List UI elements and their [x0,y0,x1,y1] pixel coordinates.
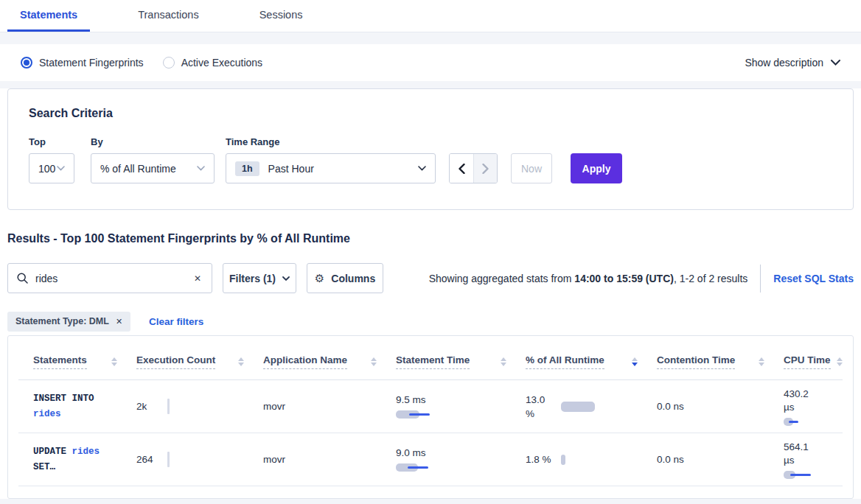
cpu-time-cell: 430.2 µs [784,388,844,426]
search-criteria-title: Search Criteria [29,107,832,120]
results-controls-row: ✕ Filters (1) ⚙ Columns Showing aggregat… [7,263,854,293]
clear-filters-link[interactable]: Clear filters [149,316,203,327]
view-toggle-bar: Statement Fingerprints Active Executions… [0,44,861,81]
column-header-pct-of-all-runtime[interactable]: % of All Runtime [526,354,657,369]
by-label: By [91,136,226,147]
table-row: UPDATE rides SET… 264 movr 9.0 ms 1.8 % … [18,433,843,486]
now-button[interactable]: Now [511,153,552,183]
tab-sessions[interactable]: Sessions [247,9,316,32]
time-range-field: Time Range 1h Past Hour [226,136,436,183]
vertical-divider [760,265,761,293]
tab-statements-label: Statements [20,9,77,21]
next-time-range-button[interactable] [473,154,497,183]
filter-chip-statement-type: Statement Type: DML ✕ [7,312,130,332]
pct-of-runtime-cell: 13.0 % [526,393,657,421]
column-header-statement-time[interactable]: Statement Time [396,354,526,369]
column-header-cpu-time[interactable]: CPU Time [784,354,844,369]
top-label: Top [29,136,91,147]
column-header-execution-count[interactable]: Execution Count [136,354,263,369]
gear-icon: ⚙ [315,272,324,285]
execution-count-cell: 264 [136,452,263,467]
column-header-application-name[interactable]: Application Name [263,354,396,369]
time-range-badge: 1h [235,161,259,176]
contention-time-cell: 0.0 ns [657,401,784,412]
time-range-value: Past Hour [268,163,314,175]
statement-time-bar [396,410,440,419]
apply-button[interactable]: Apply [571,153,622,183]
pct-of-runtime-cell: 1.8 % [526,452,657,466]
column-header-statements[interactable]: Statements [18,354,136,369]
filters-button-label: Filters (1) [229,273,276,284]
chevron-down-icon [282,276,290,281]
chevron-down-icon [57,166,65,171]
radio-active-executions-label: Active Executions [181,57,263,69]
sort-icon [753,357,764,366]
search-input[interactable] [35,273,192,284]
pct-of-runtime-bar [561,455,565,465]
remove-filter-icon[interactable]: ✕ [116,317,122,326]
search-icon [17,273,28,284]
results-heading: Results - Top 100 Statement Fingerprints… [7,232,854,247]
statement-cell: UPDATE rides SET… [18,444,136,475]
chevron-down-icon [831,60,840,66]
aggregated-stats-text: Showing aggregated stats from 14:00 to 1… [429,273,748,284]
statement-time-cell: 9.0 ms [396,447,526,472]
chevron-down-icon [418,166,426,171]
sort-icon [495,357,506,366]
radio-active-executions[interactable]: Active Executions [163,57,263,69]
chevron-down-icon [197,166,205,171]
statement-link[interactable]: rides [33,409,61,419]
tab-transactions[interactable]: Transactions [125,9,211,32]
columns-button[interactable]: ⚙ Columns [307,263,383,293]
pct-of-runtime-bar [561,402,595,412]
search-clear-icon[interactable]: ✕ [192,272,203,285]
application-name-cell: movr [263,401,396,412]
time-range-select[interactable]: 1h Past Hour [226,153,436,183]
top-select[interactable]: 100 [29,153,74,183]
active-filters-row: Statement Type: DML ✕ Clear filters [7,311,854,332]
filters-button[interactable]: Filters (1) [223,263,296,293]
by-select-value: % of All Runtime [100,163,176,175]
tab-transactions-label: Transactions [138,9,198,21]
search-box: ✕ [7,263,212,293]
tab-bar: Statements Transactions Sessions [0,0,861,32]
sort-icon [232,357,244,366]
search-criteria-card: Search Criteria Top 100 By % of All Runt… [7,88,854,210]
show-description-toggle[interactable]: Show description [745,57,840,69]
chevron-right-icon [482,164,489,174]
chevron-left-icon [459,164,465,174]
column-header-contention-time[interactable]: Contention Time [657,354,784,369]
reset-sql-stats-link[interactable]: Reset SQL Stats [773,273,854,284]
by-select[interactable]: % of All Runtime [91,153,215,183]
statement-cell: INSERT INTO rides [18,391,136,422]
by-field: By % of All Runtime [91,136,226,183]
cpu-time-cell: 564.1 µs [784,441,844,479]
sort-icon-active-desc [626,357,638,366]
radio-statement-fingerprints[interactable]: Statement Fingerprints [21,57,144,69]
radio-unselected-icon [163,57,175,69]
previous-time-range-button[interactable] [450,154,473,183]
application-name-cell: movr [263,454,396,465]
statement-time-cell: 9.5 ms [396,394,526,419]
sort-icon [365,357,377,366]
tab-statements[interactable]: Statements [7,9,90,32]
table-header-row: Statements Execution Count Application N… [18,336,843,380]
cpu-time-bar [784,471,828,479]
page-background-strip [0,499,861,504]
time-range-arrows [449,153,498,183]
sql-activity-page: Statements Transactions Sessions Stateme… [0,0,861,504]
contention-time-cell: 0.0 ns [657,454,784,465]
tab-sessions-label: Sessions [259,9,303,21]
radio-selected-icon [21,57,32,69]
table-row: INSERT INTO rides 2k movr 9.5 ms 13.0 % … [18,380,843,433]
statement-link[interactable]: rides [72,447,100,457]
statement-time-bar [396,463,440,472]
top-field: Top 100 [29,136,91,183]
filter-chip-label: Statement Type: DML [15,316,109,326]
radio-statement-fingerprints-label: Statement Fingerprints [39,57,144,69]
execution-count-cell: 2k [136,399,263,414]
sort-icon [105,357,117,366]
execution-count-bar [167,452,170,467]
sort-icon [831,357,843,366]
top-select-value: 100 [38,163,55,175]
